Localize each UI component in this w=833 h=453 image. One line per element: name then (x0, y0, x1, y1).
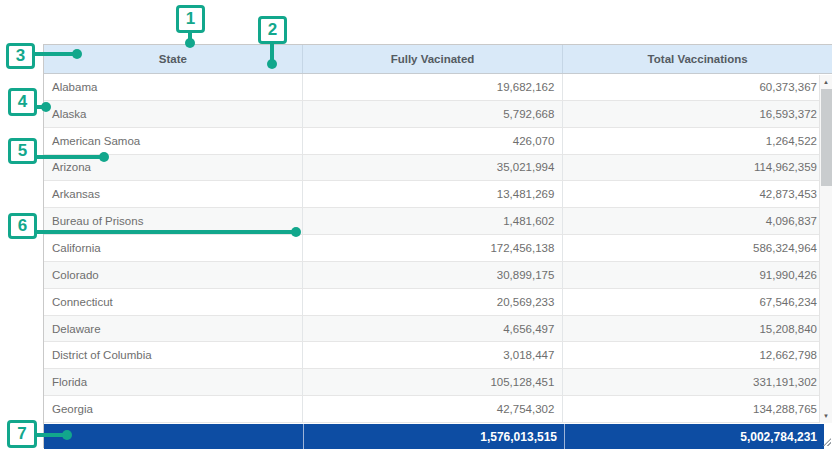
total-vaccinations-cell[interactable]: 42,873,453 (563, 181, 832, 207)
scroll-down-icon[interactable]: ▼ (820, 409, 832, 423)
column-header-state[interactable]: State (44, 45, 303, 73)
state-cell[interactable]: American Samoa (44, 128, 303, 154)
table-row[interactable]: Florida105,128,451331,191,302 (44, 369, 832, 396)
fully-vaccinated-cell[interactable]: 35,021,994 (303, 155, 564, 181)
totals-fully-vaccinated-cell: 1,576,013,515 (303, 424, 564, 449)
callout-2-dot (267, 59, 277, 69)
callout-3-line (35, 52, 77, 56)
callout-1-badge: 1 (176, 5, 205, 33)
table-body: Alabama19,682,16260,373,367Alaska5,792,6… (44, 74, 832, 423)
resize-grip-icon[interactable] (823, 438, 831, 446)
total-vaccinations-cell[interactable]: 60,373,367 (563, 74, 832, 100)
table-row[interactable]: Delaware4,656,49715,208,840 (44, 316, 832, 343)
callout-3-dot (72, 49, 82, 59)
state-cell[interactable]: Connecticut (44, 289, 303, 315)
table-row[interactable]: California172,456,138586,324,964 (44, 235, 832, 262)
fully-vaccinated-cell[interactable]: 426,070 (303, 128, 564, 154)
table-row[interactable]: Georgia42,754,302134,288,765 (44, 396, 832, 423)
table-row[interactable]: Colorado30,899,17591,990,426 (44, 262, 832, 289)
table-row[interactable]: Arkansas13,481,26942,873,453 (44, 181, 832, 208)
table-row[interactable]: District of Columbia3,018,44712,662,798 (44, 342, 832, 369)
callout-6-dot (291, 227, 301, 237)
state-cell[interactable]: Alaska (44, 101, 303, 127)
total-vaccinations-cell[interactable]: 16,593,372 (563, 101, 832, 127)
total-vaccinations-cell[interactable]: 114,962,359 (563, 155, 832, 181)
state-cell[interactable]: Arkansas (44, 181, 303, 207)
vaccination-list-table: State Fully Vacinated Total Vaccinations… (43, 44, 832, 448)
total-vaccinations-cell[interactable]: 1,264,522 (563, 128, 832, 154)
state-cell[interactable]: Delaware (44, 316, 303, 342)
callout-2-badge: 2 (258, 16, 287, 44)
callout-4-badge: 4 (8, 88, 37, 116)
screenshot-root: State Fully Vacinated Total Vaccinations… (0, 0, 833, 453)
callout-4-dot (41, 102, 51, 112)
vertical-scrollbar[interactable]: ▲ ▼ (819, 75, 832, 423)
fully-vaccinated-cell[interactable]: 30,899,175 (303, 262, 564, 288)
callout-5-dot (99, 152, 109, 162)
total-vaccinations-cell[interactable]: 67,546,234 (563, 289, 832, 315)
callout-6-badge: 6 (8, 213, 37, 239)
total-vaccinations-cell[interactable]: 4,096,837 (563, 208, 832, 234)
total-vaccinations-cell[interactable]: 586,324,964 (563, 235, 832, 261)
table-row[interactable]: Connecticut20,569,23367,546,234 (44, 289, 832, 316)
fully-vaccinated-cell[interactable]: 3,018,447 (303, 342, 564, 368)
table-row[interactable]: American Samoa426,0701,264,522 (44, 128, 832, 155)
callout-7-dot (62, 430, 72, 440)
fully-vaccinated-cell[interactable]: 4,656,497 (303, 316, 564, 342)
state-cell[interactable]: Alabama (44, 74, 303, 100)
fully-vaccinated-cell[interactable]: 105,128,451 (303, 369, 564, 395)
totals-row: 1,576,013,515 5,002,784,231 (44, 424, 824, 449)
fully-vaccinated-cell[interactable]: 42,754,302 (303, 396, 564, 422)
scrollbar-thumb[interactable] (821, 89, 832, 186)
totals-total-vaccinations-cell: 5,002,784,231 (564, 424, 824, 449)
callout-6-line (37, 230, 296, 234)
column-header-fully-vaccinated[interactable]: Fully Vacinated (303, 45, 564, 73)
total-vaccinations-cell[interactable]: 12,662,798 (563, 342, 832, 368)
fully-vaccinated-cell[interactable]: 20,569,233 (303, 289, 564, 315)
state-cell[interactable]: District of Columbia (44, 342, 303, 368)
table-header-row: State Fully Vacinated Total Vaccinations (44, 45, 832, 74)
callout-7-badge: 7 (7, 420, 37, 448)
total-vaccinations-cell[interactable]: 331,191,302 (563, 369, 832, 395)
state-cell[interactable]: Colorado (44, 262, 303, 288)
callout-3-badge: 3 (6, 43, 35, 69)
table-row[interactable]: Arizona35,021,994114,962,359 (44, 155, 832, 182)
total-vaccinations-cell[interactable]: 15,208,840 (563, 316, 832, 342)
callout-5-line (37, 155, 104, 159)
table-row[interactable]: Alaska5,792,66816,593,372 (44, 101, 832, 128)
state-cell[interactable]: California (44, 235, 303, 261)
fully-vaccinated-cell[interactable]: 13,481,269 (303, 181, 564, 207)
total-vaccinations-cell[interactable]: 91,990,426 (563, 262, 832, 288)
total-vaccinations-cell[interactable]: 134,288,765 (563, 396, 832, 422)
callout-1-dot (185, 38, 195, 48)
scroll-up-icon[interactable]: ▲ (820, 75, 832, 89)
state-cell[interactable]: Georgia (44, 396, 303, 422)
fully-vaccinated-cell[interactable]: 19,682,162 (303, 74, 564, 100)
fully-vaccinated-cell[interactable]: 1,481,602 (303, 208, 564, 234)
table-row[interactable]: Alabama19,682,16260,373,367 (44, 74, 832, 101)
fully-vaccinated-cell[interactable]: 172,456,138 (303, 235, 564, 261)
fully-vaccinated-cell[interactable]: 5,792,668 (303, 101, 564, 127)
totals-state-cell (44, 424, 303, 449)
state-cell[interactable]: Florida (44, 369, 303, 395)
callout-5-badge: 5 (8, 138, 37, 164)
column-header-total-vaccinations[interactable]: Total Vaccinations (563, 45, 832, 73)
